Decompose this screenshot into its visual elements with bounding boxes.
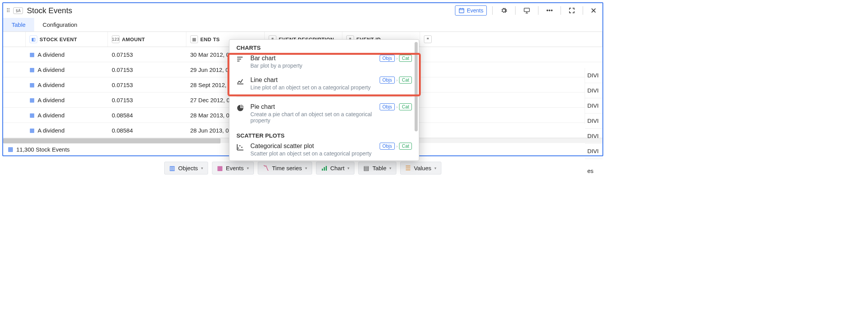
svg-rect-18 [326, 166, 327, 171]
present-icon[interactable] [521, 5, 533, 16]
calendar-icon: ▦ [30, 51, 35, 58]
gear-icon[interactable] [498, 5, 510, 16]
popover-item-scatter-plot[interactable]: Categorical scatter plot Scatter plot an… [229, 139, 419, 161]
svg-point-11 [238, 147, 239, 148]
toolbar-values-button[interactable]: ☰ Values ▾ [400, 162, 441, 174]
timeseries-icon: 〽 [263, 165, 269, 172]
toolbar-chart-button[interactable]: Chart ▾ [316, 162, 355, 174]
column-amount[interactable]: 123 AMOUNT [108, 32, 186, 47]
drag-handle-icon[interactable]: ⠿ [6, 7, 9, 14]
column-handle [3, 32, 26, 47]
calendar-icon: ▦ [30, 97, 35, 103]
status-count: 11,300 Stock Events [16, 146, 70, 153]
separator [492, 6, 493, 15]
calendar-icon: ▦ [30, 127, 35, 133]
more-icon[interactable]: ••• [544, 5, 555, 16]
cell-amount: 0.08584 [108, 110, 186, 120]
svg-rect-8 [237, 59, 241, 59]
cell-event: A dividend [38, 97, 64, 103]
panel-title: Stock Events [27, 6, 451, 15]
chart-icon [321, 165, 327, 171]
object-type-icon: ◧ [30, 35, 37, 43]
tag-objs: Objs [380, 77, 395, 84]
column-label: AMOUNT [122, 37, 145, 42]
date-type-icon: ▦ [190, 35, 198, 43]
number-type-icon: 123 [112, 35, 120, 43]
column-stock-event[interactable]: ◧ STOCK EVENT [26, 32, 108, 47]
separator [561, 6, 561, 15]
calendar-icon: ▦ [30, 66, 35, 73]
chevron-down-icon: ▾ [201, 166, 203, 170]
toolbar-label: Chart [330, 165, 345, 171]
popover-item-tags: Objs › Cat [380, 143, 412, 150]
separator [515, 6, 516, 15]
svg-rect-4 [524, 8, 529, 12]
cell-amount: 0.07153 [108, 65, 186, 75]
values-icon: ☰ [405, 164, 411, 172]
svg-rect-17 [324, 167, 325, 171]
cell-amount: 0.08584 [108, 126, 186, 135]
chevron-right-icon: › [396, 144, 398, 148]
popover-item-desc: Create a pie chart of an object set on a… [250, 111, 374, 124]
chevron-right-icon: › [396, 105, 398, 109]
cell-clip: DIVI [585, 113, 602, 129]
cell-event: A dividend [38, 127, 64, 134]
scatter-plot-icon [236, 143, 245, 151]
popover-item-line-chart[interactable]: Line chart Line plot of an object set on… [229, 73, 419, 94]
popover-item-title: Pie chart [250, 103, 374, 110]
chevron-down-icon: ▾ [305, 166, 307, 170]
scrollbar-thumb[interactable] [3, 138, 220, 143]
column-label: END TS [200, 37, 220, 42]
cell-clip: DIVI [585, 129, 602, 144]
toolbar-label: Values [414, 165, 431, 171]
popover-section-scatter: SCATTER PLOTS [229, 127, 419, 139]
svg-rect-9 [237, 61, 240, 61]
close-icon[interactable] [589, 6, 599, 15]
tag-cat: Cat [399, 143, 412, 150]
pie-chart-icon [236, 104, 245, 112]
column-extra[interactable]: ❝ [420, 32, 602, 47]
toolbar-table-button[interactable]: ▤ Table ▾ [358, 162, 396, 174]
calendar-icon: ▦ [30, 112, 35, 118]
calendar-icon [458, 7, 465, 14]
cell-amount: 0.07153 [108, 95, 186, 105]
popover-divider [236, 97, 412, 97]
bottom-toolbar: ▥ Objects ▾ ▦ Events ▾ 〽 Time series ▾ C… [0, 159, 606, 178]
panel-header: ⠿ $A Stock Events Events ••• [3, 3, 602, 18]
toolbar-label: Time series [272, 165, 302, 171]
table-icon: ▤ [363, 164, 369, 172]
separator [538, 6, 538, 15]
cell-event: A dividend [38, 82, 64, 88]
popover-scrollbar[interactable] [415, 42, 418, 131]
chevron-right-icon: › [396, 78, 398, 82]
popover-item-bar-chart[interactable]: Bar chart Bar plot by a property Objs › … [229, 51, 419, 73]
stock-events-panel: ⠿ $A Stock Events Events ••• Table Confi… [2, 2, 603, 156]
right-clipped-column: DIVI DIVI DIVI DIVI DIVI DIVI es [585, 68, 602, 124]
toolbar-events-button[interactable]: ▦ Events ▾ [212, 162, 254, 174]
tag-cat: Cat [399, 55, 412, 62]
popover-item-tags: Objs › Cat [380, 77, 412, 84]
cell-clip: DIVI [585, 83, 602, 98]
popover-item-desc: Line plot of an object set on a categori… [250, 84, 374, 91]
events-button[interactable]: Events [455, 5, 487, 16]
chevron-down-icon: ▾ [247, 166, 249, 170]
cell-amount: 0.07153 [108, 80, 186, 90]
toolbar-timeseries-button[interactable]: 〽 Time series ▾ [258, 162, 312, 174]
expand-icon[interactable] [566, 6, 577, 15]
tag-objs: Objs [380, 143, 395, 150]
svg-point-13 [241, 147, 242, 148]
calendar-icon: ▦ [30, 82, 35, 88]
chevron-down-icon: ▾ [389, 166, 391, 170]
toolbar-objects-button[interactable]: ▥ Objects ▾ [164, 162, 208, 174]
tab-table[interactable]: Table [3, 18, 34, 31]
line-chart-icon [236, 77, 245, 85]
string-type-icon: ❝ [424, 35, 432, 43]
svg-rect-16 [322, 169, 323, 171]
tab-configuration[interactable]: Configuration [34, 18, 86, 31]
popover-item-pie-chart[interactable]: Pie chart Create a pie chart of an objec… [229, 99, 419, 127]
popover-item-tags: Objs › Cat [380, 103, 412, 110]
popover-item-title: Bar chart [250, 55, 374, 62]
events-icon: ▦ [217, 164, 223, 172]
cell-clip-residual: es [585, 159, 602, 174]
tag-cat: Cat [399, 103, 412, 110]
